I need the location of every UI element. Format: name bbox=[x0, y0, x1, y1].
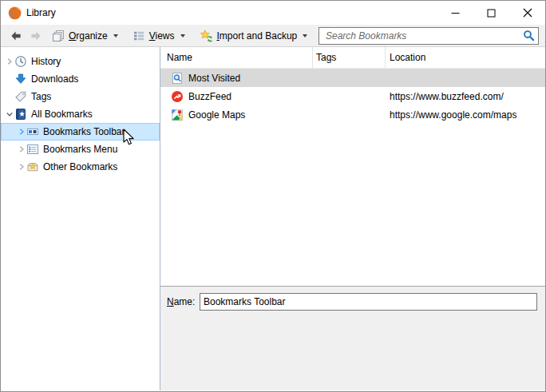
history-clock-icon bbox=[14, 55, 27, 68]
bookmark-row-buzzfeed[interactable]: BuzzFeed https://www.buzzfeed.com/ bbox=[160, 87, 545, 105]
expander-collapsed-icon[interactable] bbox=[17, 162, 26, 172]
views-label: Views bbox=[149, 30, 175, 42]
dropdown-caret-icon bbox=[180, 34, 185, 38]
window-controls bbox=[437, 1, 545, 25]
expander-collapsed-icon[interactable] bbox=[17, 145, 26, 154]
expander-collapsed-icon[interactable] bbox=[17, 127, 26, 137]
back-arrow-icon bbox=[10, 30, 22, 42]
firefox-logo-icon bbox=[8, 6, 22, 20]
bookmark-name: BuzzFeed bbox=[188, 91, 231, 102]
name-field-input[interactable] bbox=[200, 293, 537, 311]
import-and-backup-label: Import and Backup bbox=[217, 30, 298, 42]
column-header-location[interactable]: Location bbox=[386, 47, 545, 68]
google-maps-site-icon bbox=[171, 109, 184, 121]
bookmark-row-most-visited[interactable]: Most Visited bbox=[160, 69, 545, 87]
back-button[interactable] bbox=[7, 28, 25, 44]
sidebar-item-label: Other Bookmarks bbox=[43, 161, 117, 172]
organize-button[interactable]: Organize bbox=[47, 27, 123, 45]
expander-expanded-icon[interactable] bbox=[5, 109, 14, 119]
search-input[interactable] bbox=[324, 30, 523, 42]
sidebar-item-bookmarks-menu[interactable]: Bookmarks Menu bbox=[1, 141, 160, 158]
sidebar-item-label: Bookmarks Menu bbox=[43, 144, 117, 155]
organize-stacked-pages-icon bbox=[52, 30, 65, 42]
smart-folder-search-icon bbox=[171, 72, 184, 85]
bookmarks-toolbar-icon bbox=[26, 125, 39, 138]
toolbar: Organize Views Import and Backup bbox=[1, 25, 545, 47]
bookmark-location: https://www.buzzfeed.com/ bbox=[386, 91, 545, 102]
sidebar-item-other-bookmarks[interactable]: Other Bookmarks bbox=[1, 158, 160, 176]
bookmarks-menu-icon bbox=[26, 143, 39, 156]
sidebar-item-label: History bbox=[31, 56, 61, 67]
column-header-name[interactable]: Name bbox=[160, 47, 313, 68]
name-field-label: Name: bbox=[167, 296, 200, 307]
bookmark-row-google-maps[interactable]: Google Maps https://www.google.com/maps bbox=[160, 105, 545, 124]
sidebar-item-label: Bookmarks Toolbar bbox=[43, 126, 125, 137]
other-bookmarks-folder-icon bbox=[26, 160, 39, 173]
window-title: Library bbox=[26, 7, 56, 18]
bookmark-location: https://www.google.com/maps bbox=[386, 109, 545, 121]
forward-button[interactable] bbox=[27, 28, 45, 44]
library-window: Library Organize bbox=[0, 0, 546, 392]
tag-icon bbox=[14, 90, 27, 103]
titlebar: Library bbox=[1, 1, 545, 25]
table-header: Name Tags Location bbox=[160, 47, 545, 69]
expander-placeholder bbox=[5, 92, 14, 101]
main-pane: Name Tags Location Most Visited bbox=[160, 47, 545, 390]
search-magnifier-icon bbox=[523, 30, 535, 42]
sidebar-item-downloads[interactable]: Downloads bbox=[1, 70, 160, 88]
sidebar-item-label: Downloads bbox=[31, 73, 78, 85]
search-box bbox=[318, 27, 539, 45]
maximize-button[interactable] bbox=[473, 1, 509, 25]
sidebar-item-bookmarks-toolbar[interactable]: Bookmarks Toolbar bbox=[1, 123, 160, 141]
close-button[interactable] bbox=[509, 1, 545, 25]
views-button[interactable]: Views bbox=[128, 27, 190, 45]
sidebar-item-all-bookmarks[interactable]: All Bookmarks bbox=[1, 105, 160, 123]
import-and-backup-button[interactable]: Import and Backup bbox=[195, 27, 313, 45]
minimize-button[interactable] bbox=[437, 1, 473, 25]
sidebar-item-label: All Bookmarks bbox=[31, 109, 93, 120]
dropdown-caret-icon bbox=[113, 34, 118, 38]
downloads-arrow-icon bbox=[14, 73, 27, 85]
all-bookmarks-book-icon bbox=[14, 108, 27, 121]
buzzfeed-site-icon bbox=[171, 90, 184, 103]
expander-collapsed-icon[interactable] bbox=[5, 57, 14, 66]
bookmark-name: Most Visited bbox=[188, 73, 240, 84]
minimize-icon bbox=[451, 9, 460, 18]
sidebar-tree: History Downloads Tags bbox=[1, 47, 160, 390]
column-header-tags[interactable]: Tags bbox=[313, 47, 386, 68]
dropdown-caret-icon bbox=[303, 34, 307, 38]
forward-arrow-icon bbox=[30, 30, 42, 42]
import-backup-star-icon bbox=[200, 30, 213, 42]
bookmarks-list: Most Visited BuzzFeed https://www.buzzfe… bbox=[160, 69, 545, 286]
views-list-icon bbox=[133, 30, 145, 42]
window-body: History Downloads Tags bbox=[1, 47, 545, 390]
close-icon bbox=[523, 8, 532, 18]
sidebar-item-tags[interactable]: Tags bbox=[1, 88, 160, 105]
maximize-icon bbox=[487, 9, 496, 18]
details-pane: Name: bbox=[160, 286, 545, 390]
expander-placeholder bbox=[5, 74, 14, 84]
organize-label: Organize bbox=[69, 30, 108, 42]
sidebar-item-label: Tags bbox=[31, 91, 51, 102]
sidebar-item-history[interactable]: History bbox=[1, 53, 160, 70]
bookmark-name: Google Maps bbox=[188, 109, 245, 121]
